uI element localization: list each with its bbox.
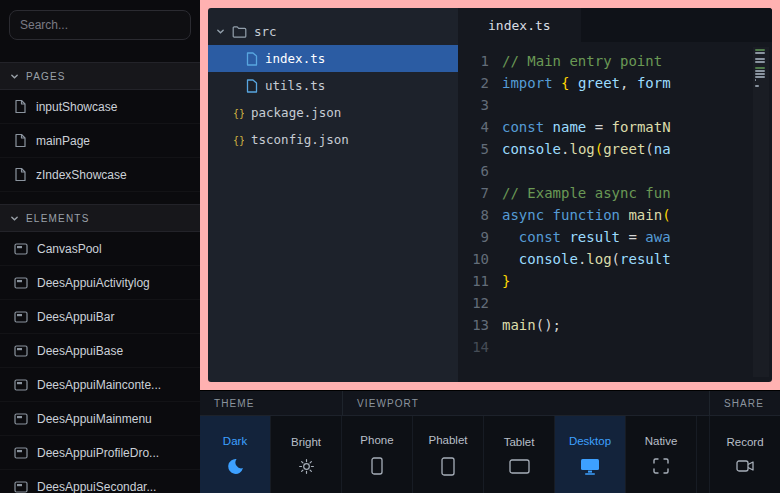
code-token: = bbox=[586, 119, 611, 135]
button-label: Phablet bbox=[428, 434, 467, 446]
code-token: } bbox=[502, 273, 510, 289]
sidebar-item[interactable]: DeesAppuiSecondar... bbox=[0, 470, 200, 493]
code-line: 4const name = formatN bbox=[458, 116, 772, 138]
folder-name: src bbox=[254, 24, 277, 39]
search-input[interactable] bbox=[9, 10, 191, 40]
line-number: 10 bbox=[458, 248, 502, 270]
document-icon bbox=[14, 99, 27, 114]
bright-button[interactable]: Bright bbox=[271, 416, 342, 493]
sidebar-item-label: inputShowcase bbox=[36, 100, 117, 114]
code-token: { bbox=[561, 75, 578, 91]
json-file-icon: {} bbox=[232, 133, 244, 147]
chevron-down-icon bbox=[216, 27, 225, 36]
svg-text:{}: {} bbox=[233, 108, 244, 119]
file-name: index.ts bbox=[265, 51, 325, 66]
code-text: console.log(greet(na bbox=[502, 138, 671, 160]
sidebar-item-label: DeesAppuiBase bbox=[37, 344, 123, 358]
phone-button[interactable]: Phone bbox=[342, 416, 413, 493]
code-token: const bbox=[502, 119, 553, 135]
tablet-icon bbox=[509, 459, 530, 474]
main-area: srcindex.tsutils.ts{}package.json{}tscon… bbox=[200, 0, 780, 493]
code-token: (); bbox=[536, 317, 561, 333]
line-number: 8 bbox=[458, 204, 502, 226]
phablet-button[interactable]: Phablet bbox=[413, 416, 484, 493]
sidebar-item[interactable]: DeesAppuiBar bbox=[0, 300, 200, 334]
code-line: 9 const result = awa bbox=[458, 226, 772, 248]
code-token: awa bbox=[645, 229, 670, 245]
code-token: // Main entry point bbox=[502, 53, 662, 69]
sidebar-item[interactable]: DeesAppuiProfileDro... bbox=[0, 436, 200, 470]
record-button[interactable]: Record bbox=[709, 416, 780, 493]
line-number: 4 bbox=[458, 116, 502, 138]
code-area[interactable]: 1// Main entry point2import { greet, for… bbox=[458, 42, 772, 382]
code-text: const result = awa bbox=[502, 226, 671, 248]
code-line: 10 console.log(result bbox=[458, 248, 772, 270]
component-icon bbox=[14, 379, 28, 391]
code-text: } bbox=[502, 270, 510, 292]
ts-file-icon bbox=[246, 52, 258, 66]
toolbar-group-viewport: PhonePhabletTabletDesktopNative bbox=[342, 416, 697, 493]
code-token: result bbox=[620, 251, 671, 267]
native-button[interactable]: Native bbox=[626, 416, 697, 493]
minimap[interactable] bbox=[753, 47, 769, 377]
minimap-line bbox=[755, 79, 756, 81]
component-preview: srcindex.tsutils.ts{}package.json{}tscon… bbox=[200, 0, 780, 390]
sidebar-item[interactable]: CanvasPool bbox=[0, 232, 200, 266]
tree-folder[interactable]: src bbox=[208, 18, 458, 45]
code-line: 1// Main entry point bbox=[458, 50, 772, 72]
code-line: 7// Example async fun bbox=[458, 182, 772, 204]
component-icon bbox=[14, 311, 28, 323]
component-icon bbox=[14, 345, 28, 357]
code-token: log bbox=[586, 251, 611, 267]
line-number: 1 bbox=[458, 50, 502, 72]
code-token: na bbox=[654, 141, 671, 157]
code-token: main bbox=[502, 317, 536, 333]
tree-file[interactable]: {}package.json bbox=[208, 99, 458, 126]
code-line: 5console.log(greet(na bbox=[458, 138, 772, 160]
sidebar-item[interactable]: mainPage bbox=[0, 124, 200, 158]
moon-icon bbox=[227, 458, 244, 475]
toolbar-group-theme: DarkBright bbox=[200, 416, 342, 493]
code-token: async function bbox=[502, 207, 628, 223]
sidebar-item-label: DeesAppuiProfileDro... bbox=[37, 446, 159, 460]
minimap-line bbox=[755, 85, 759, 87]
minimap-line bbox=[755, 52, 765, 54]
sidebar-item[interactable]: DeesAppuiMainmenu bbox=[0, 402, 200, 436]
minimap-line bbox=[755, 73, 765, 75]
code-line: 12 bbox=[458, 292, 772, 314]
line-number: 11 bbox=[458, 270, 502, 292]
sidebar-item[interactable]: DeesAppuiMainconte... bbox=[0, 368, 200, 402]
sidebar-item[interactable]: inputShowcase bbox=[0, 90, 200, 124]
tree-file[interactable]: utils.ts bbox=[208, 72, 458, 99]
sidebar-section-elements[interactable]: ELEMENTS bbox=[0, 204, 200, 232]
editor-tab-bar: index.ts bbox=[458, 8, 772, 42]
sidebar-section-pages[interactable]: PAGES bbox=[0, 62, 200, 90]
sidebar-item[interactable]: zIndexShowcase bbox=[0, 158, 200, 192]
dark-button[interactable]: Dark bbox=[200, 416, 271, 493]
code-token: console bbox=[502, 141, 561, 157]
editor-tab[interactable]: index.ts bbox=[458, 8, 581, 42]
component-icon bbox=[14, 243, 28, 255]
code-token: main bbox=[628, 207, 662, 223]
phablet-icon bbox=[441, 457, 455, 476]
code-text: import { greet, form bbox=[502, 72, 671, 94]
tree-file[interactable]: index.ts bbox=[208, 45, 458, 72]
minimap-line bbox=[755, 58, 765, 60]
button-label: Dark bbox=[223, 435, 247, 447]
code-token: greet bbox=[578, 75, 620, 91]
sidebar-item[interactable]: DeesAppuiBase bbox=[0, 334, 200, 368]
button-label: Phone bbox=[360, 434, 393, 446]
tree-file[interactable]: {}tsconfig.json bbox=[208, 126, 458, 153]
button-label: Tablet bbox=[504, 436, 535, 448]
desktop-button[interactable]: Desktop bbox=[555, 416, 626, 493]
code-token: = bbox=[620, 229, 645, 245]
section-label: PAGES bbox=[26, 71, 66, 82]
sidebar-item[interactable]: DeesAppuiActivitylog bbox=[0, 266, 200, 300]
code-token: greet bbox=[603, 141, 645, 157]
line-number: 3 bbox=[458, 94, 502, 116]
code-token: ( bbox=[645, 141, 653, 157]
button-label: Record bbox=[726, 436, 763, 448]
code-token bbox=[502, 251, 519, 267]
bottom-toolbar: THEMEVIEWPORTSHARE DarkBrightPhonePhable… bbox=[200, 390, 780, 493]
tablet-button[interactable]: Tablet bbox=[484, 416, 555, 493]
